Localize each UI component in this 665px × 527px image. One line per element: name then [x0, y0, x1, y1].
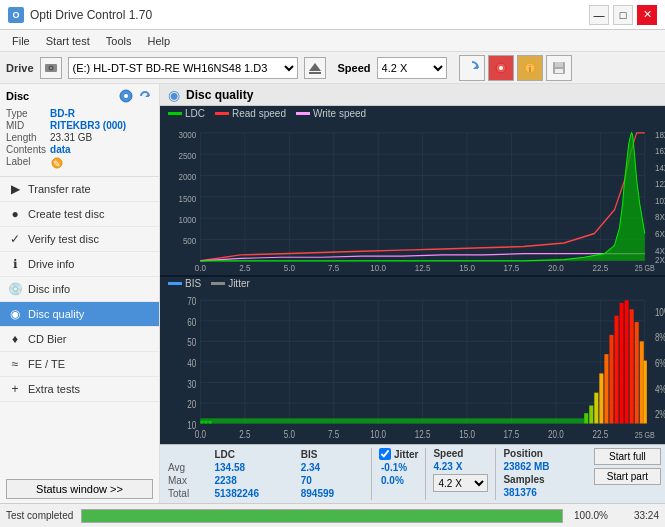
svg-point-2 — [50, 67, 52, 69]
chart2-container: 70 60 50 40 30 20 10 10% 8% 6% 4% 2% 0.0… — [160, 290, 665, 444]
svg-text:2X: 2X — [655, 255, 665, 266]
svg-rect-115 — [609, 335, 613, 424]
jitter-legend: Jitter — [211, 278, 250, 289]
svg-text:7.5: 7.5 — [328, 429, 339, 440]
save-button[interactable] — [546, 55, 572, 81]
svg-rect-4 — [309, 72, 321, 74]
svg-text:500: 500 — [183, 236, 197, 247]
nav-extra-tests[interactable]: + Extra tests — [0, 377, 159, 402]
speed-select[interactable]: 4.2 X — [377, 57, 447, 79]
chart2-legend: BIS Jitter — [160, 277, 665, 290]
progress-time: 33:24 — [619, 510, 659, 521]
menu-start-test[interactable]: Start test — [38, 34, 98, 48]
svg-point-7 — [499, 66, 503, 70]
length-label: Length — [6, 132, 46, 143]
writespeed-legend: Write speed — [296, 108, 366, 119]
disc-label-icon: ✎ — [50, 156, 153, 172]
menu-help[interactable]: Help — [139, 34, 178, 48]
main-content: Disc Type BD-R MID RITEKBR3 (000) Length… — [0, 84, 665, 503]
avg-bis-value: 2.34 — [295, 461, 364, 474]
svg-text:1000: 1000 — [178, 214, 196, 225]
disc-section: Disc Type BD-R MID RITEKBR3 (000) Length… — [0, 84, 159, 177]
svg-rect-111 — [589, 406, 593, 424]
svg-text:i: i — [529, 64, 531, 74]
svg-text:70: 70 — [187, 297, 196, 308]
drive-info-icon: ℹ — [8, 257, 22, 271]
length-value: 23.31 GB — [50, 132, 153, 143]
status-window-button[interactable]: Status window >> — [6, 479, 153, 499]
menu-file[interactable]: File — [4, 34, 38, 48]
refresh-button[interactable] — [459, 55, 485, 81]
svg-text:10%: 10% — [655, 307, 665, 318]
total-ldc-value: 51382246 — [208, 487, 294, 500]
speed-dropdown[interactable]: 4.2 X — [433, 474, 488, 492]
svg-text:2.5: 2.5 — [239, 429, 250, 440]
svg-text:5.0: 5.0 — [284, 429, 295, 440]
start-part-button[interactable]: Start part — [594, 468, 661, 485]
eject-button[interactable] — [304, 57, 326, 79]
nav-create-disc-label: Create test disc — [28, 208, 104, 220]
right-panel: ◉ Disc quality LDC Read speed Write spee… — [160, 84, 665, 503]
nav-drive-info-label: Drive info — [28, 258, 74, 270]
svg-rect-119 — [630, 309, 634, 423]
panel-icon: ◉ — [168, 87, 180, 103]
svg-rect-121 — [640, 341, 644, 423]
nav-verify-test-disc[interactable]: ✓ Verify test disc — [0, 227, 159, 252]
svg-point-14 — [124, 94, 128, 98]
position-value: 23862 MB — [503, 461, 549, 472]
stats-divider2 — [425, 448, 426, 500]
jitter-checkbox[interactable] — [379, 448, 391, 460]
mid-value: RITEKBR3 (000) — [50, 120, 153, 131]
nav-fe-te[interactable]: ≈ FE / TE — [0, 352, 159, 377]
max-ldc-value: 2238 — [208, 474, 294, 487]
bis-col-header: BIS — [295, 448, 364, 461]
info-button[interactable]: i — [517, 55, 543, 81]
svg-text:6X: 6X — [655, 228, 665, 239]
ldc-label: LDC — [185, 108, 205, 119]
cd-bier-icon: ♦ — [8, 332, 22, 346]
svg-text:20.0: 20.0 — [548, 263, 564, 274]
sidebar-nav: ▶ Transfer rate ● Create test disc ✓ Ver… — [0, 177, 159, 475]
start-full-button[interactable]: Start full — [594, 448, 661, 465]
settings-button[interactable] — [488, 55, 514, 81]
create-disc-icon: ● — [8, 207, 22, 221]
refresh-icon[interactable] — [137, 88, 153, 104]
svg-text:60: 60 — [187, 317, 196, 328]
chart1-legend: LDC Read speed Write speed — [160, 106, 665, 121]
drive-select[interactable]: (E:) HL-DT-ST BD-RE WH16NS48 1.D3 — [68, 57, 298, 79]
svg-text:10X: 10X — [655, 195, 665, 206]
progress-bar-area: Test completed 100.0% 33:24 — [0, 503, 665, 527]
svg-text:30: 30 — [187, 379, 196, 390]
minimize-button[interactable]: — — [589, 5, 609, 25]
svg-text:✎: ✎ — [53, 159, 61, 169]
maximize-button[interactable]: □ — [613, 5, 633, 25]
nav-drive-info[interactable]: ℹ Drive info — [0, 252, 159, 277]
nav-disc-info[interactable]: 💿 Disc info — [0, 277, 159, 302]
speed-value: 4.23 X — [433, 461, 488, 472]
svg-text:7.5: 7.5 — [328, 263, 339, 274]
type-label: Type — [6, 108, 46, 119]
svg-text:6%: 6% — [655, 358, 665, 369]
nav-disc-quality[interactable]: ◉ Disc quality — [0, 302, 159, 327]
contents-label: Contents — [6, 144, 46, 155]
ldc-color — [168, 112, 182, 115]
nav-transfer-rate[interactable]: ▶ Transfer rate — [0, 177, 159, 202]
nav-create-test-disc[interactable]: ● Create test disc — [0, 202, 159, 227]
drive-label: Drive — [6, 62, 34, 74]
svg-rect-12 — [555, 69, 563, 73]
svg-text:25 GB: 25 GB — [635, 264, 655, 274]
progress-bar-outer — [81, 509, 563, 523]
svg-text:25 GB: 25 GB — [635, 430, 655, 440]
svg-text:20.0: 20.0 — [548, 429, 564, 440]
svg-text:0.0: 0.0 — [195, 263, 206, 274]
nav-cd-bier[interactable]: ♦ CD Bier — [0, 327, 159, 352]
svg-rect-116 — [615, 316, 619, 424]
close-button[interactable]: ✕ — [637, 5, 657, 25]
writespeed-label: Write speed — [313, 108, 366, 119]
svg-text:22.5: 22.5 — [593, 263, 609, 274]
menu-tools[interactable]: Tools — [98, 34, 140, 48]
svg-text:1500: 1500 — [178, 193, 196, 204]
title-bar: O Opti Drive Control 1.70 — □ ✕ — [0, 0, 665, 30]
disc-quality-icon: ◉ — [8, 307, 22, 321]
extra-tests-icon: + — [8, 382, 22, 396]
